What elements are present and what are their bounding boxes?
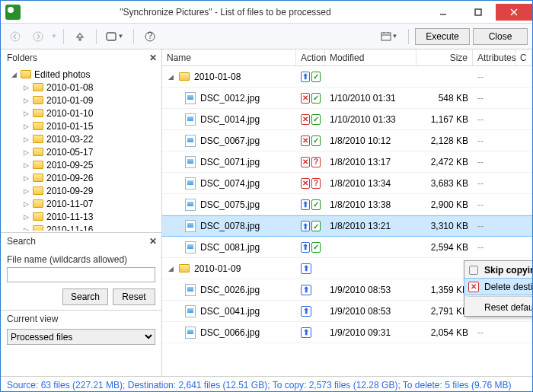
file-icon [185,177,196,190]
arrow-up-icon: ⬆ [301,221,310,231]
arrow-up-icon: ⬆ [301,72,310,82]
file-icon [185,327,196,339]
file-row[interactable]: DSC_0074.jpg✕?1/8/2010 13:343,683 KB-- [162,173,532,194]
svg-rect-1 [475,9,481,15]
tree-item[interactable]: ▷2010-03-22 [4,132,161,145]
x-icon: ✕ [301,93,310,104]
minimize-button[interactable] [426,4,461,21]
view-select[interactable]: Processed files [7,329,155,345]
help-button[interactable]: ? [140,27,160,46]
tree-item[interactable]: ▷2010-11-16 [4,223,161,231]
tree-item[interactable]: ▷2010-09-26 [4,171,161,184]
layout-button[interactable]: ▼ [103,27,127,46]
tree-item[interactable]: ▷2010-11-13 [4,210,161,223]
folder-icon [33,148,43,156]
check-icon: ✓ [311,199,321,210]
file-list: Name Action Modified Size Attributes C ◢… [162,49,532,376]
question-icon: ? [311,178,321,189]
folder-icon [33,96,43,104]
tree-item[interactable]: ▷2010-09-25 [4,158,161,171]
file-row[interactable]: DSC_0081.jpg⬆✓2,594 KB-- [162,237,532,258]
check-icon: ✓ [311,242,321,253]
col-modified[interactable]: Modified [325,49,417,65]
folder-icon [33,83,43,91]
file-row[interactable]: DSC_0012.jpg✕✓1/10/2010 01:31548 KB-- [162,88,532,109]
folder-icon [179,72,190,81]
check-icon: ✓ [311,114,321,125]
search-button[interactable]: Search [62,288,108,305]
arrow-up-icon: ⬆ [301,263,311,274]
folder-icon [33,199,43,208]
group-row[interactable]: ◢2010-01-08⬆✓-- [162,66,532,88]
tree-item[interactable]: ▷2010-11-07 [4,197,161,210]
col-c[interactable]: C [515,49,532,65]
tree-item[interactable]: ▷2010-09-29 [4,184,161,197]
folder-icon [33,212,43,221]
ctx-delete-destination[interactable]: ✕ Delete destination [464,278,532,295]
up-button[interactable] [70,27,90,46]
ctx-skip-copying[interactable]: Skip copying [464,261,532,279]
calendar-button[interactable]: ▼ [376,27,402,46]
file-row[interactable]: DSC_0014.jpg✕✓1/10/2010 01:331,167 KB-- [162,109,532,130]
col-name[interactable]: Name [162,49,296,65]
col-attributes[interactable]: Attributes [473,49,515,65]
svg-point-5 [34,32,43,41]
tree-item[interactable]: ▷2010-01-09 [4,94,161,107]
maximize-button[interactable] [461,4,496,21]
close-button[interactable]: Close [473,28,528,45]
close-window-button[interactable] [496,4,532,21]
file-row[interactable]: DSC_0075.jpg⬆✓1/8/2010 13:382,900 KB-- [162,194,532,215]
tree-item[interactable]: ▷2010-01-08 [4,81,161,94]
svg-text:?: ? [148,31,153,41]
file-icon [185,113,196,126]
folder-icon [33,225,43,231]
col-size[interactable]: Size [417,49,473,65]
file-row[interactable]: DSC_0067.jpg✕✓1/8/2010 10:122,128 KB-- [162,130,532,151]
folders-header: Folders ✕ [1,49,161,66]
forward-button[interactable] [28,27,48,46]
file-icon [185,92,196,104]
svg-rect-6 [107,33,116,40]
execute-button[interactable]: Execute [415,28,470,45]
toolbar: ▼ ▼ ? ▼ Execute Close [1,24,532,49]
arrow-up-icon: ⬆ [301,199,310,210]
folder-icon [33,135,43,143]
skip-icon [468,264,480,276]
x-icon: ✕ [301,157,310,167]
file-row[interactable]: DSC_0071.jpg✕?1/8/2010 13:172,472 KB-- [162,151,532,173]
folder-icon [33,186,43,195]
tree-item[interactable]: ▷2010-01-10 [4,107,161,120]
file-icon [185,305,196,317]
tree-root[interactable]: ◢Edited photos [4,68,161,81]
file-icon [185,199,196,211]
x-icon: ✕ [301,135,310,146]
tree-item[interactable]: ▷2010-01-15 [4,120,161,132]
col-action[interactable]: Action [296,49,325,65]
tree-item[interactable]: ▷2010-05-17 [4,145,161,158]
arrow-up-icon: ⬆ [301,327,311,338]
back-button[interactable] [5,27,25,46]
left-pane: Folders ✕ ◢Edited photos▷2010-01-08▷2010… [1,49,162,376]
arrow-up-icon: ⬆ [301,306,311,317]
filename-input[interactable] [7,267,155,282]
folders-close-icon[interactable]: ✕ [149,53,157,63]
arrow-up-icon: ⬆ [301,285,311,295]
file-row[interactable]: DSC_0078.jpg⬆✓1/8/2010 13:213,310 KB-- [162,215,532,237]
x-icon: ✕ [301,178,310,189]
folder-icon [33,122,43,130]
grid-header: Name Action Modified Size Attributes C [162,49,532,66]
context-menu: Skip copying ✕ Delete destination Reset … [464,260,532,317]
search-title: Search [7,236,36,247]
reset-button[interactable]: Reset [113,288,155,305]
search-close-icon[interactable]: ✕ [149,236,157,247]
folder-icon [21,70,31,78]
ctx-reset-action[interactable]: Reset default action [464,298,532,316]
app-icon [5,5,21,20]
search-header: Search ✕ [1,233,161,250]
file-row[interactable]: DSC_0066.jpg⬆1/9/2010 09:312,054 KB-- [162,322,532,343]
check-icon: ✓ [311,135,321,146]
check-icon: ✓ [311,221,321,231]
folder-tree[interactable]: ◢Edited photos▷2010-01-08▷2010-01-09▷201… [1,66,161,232]
file-icon [185,220,196,232]
svg-point-4 [11,32,20,41]
